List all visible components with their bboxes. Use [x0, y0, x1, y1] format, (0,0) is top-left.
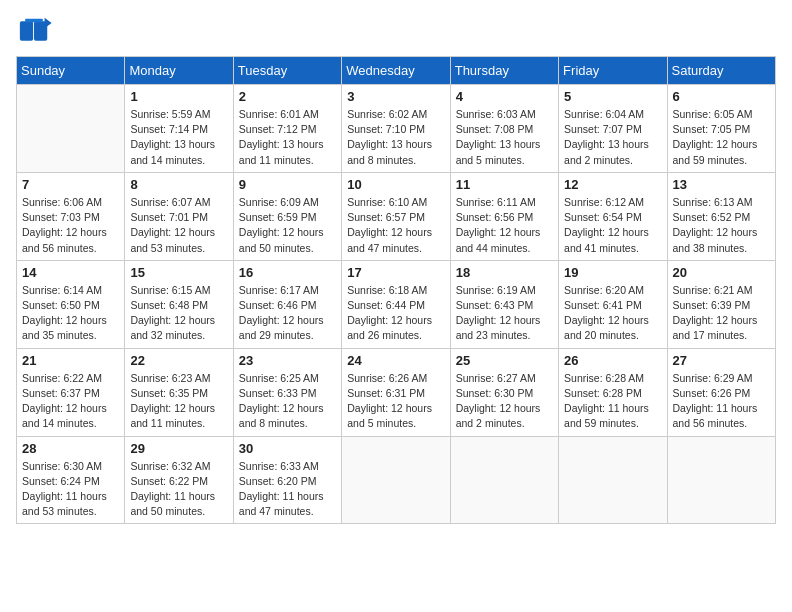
day-info: Sunrise: 6:33 AM Sunset: 6:20 PM Dayligh…: [239, 459, 336, 520]
calendar-body: 1Sunrise: 5:59 AM Sunset: 7:14 PM Daylig…: [17, 85, 776, 524]
day-number: 28: [22, 441, 119, 456]
calendar-cell: 15Sunrise: 6:15 AM Sunset: 6:48 PM Dayli…: [125, 260, 233, 348]
calendar-cell: 13Sunrise: 6:13 AM Sunset: 6:52 PM Dayli…: [667, 172, 775, 260]
calendar-cell: [17, 85, 125, 173]
day-number: 14: [22, 265, 119, 280]
day-number: 24: [347, 353, 444, 368]
day-number: 18: [456, 265, 553, 280]
calendar-cell: [450, 436, 558, 524]
day-number: 22: [130, 353, 227, 368]
day-number: 8: [130, 177, 227, 192]
day-info: Sunrise: 6:21 AM Sunset: 6:39 PM Dayligh…: [673, 283, 770, 344]
calendar-cell: [559, 436, 667, 524]
calendar-week-row: 21Sunrise: 6:22 AM Sunset: 6:37 PM Dayli…: [17, 348, 776, 436]
day-info: Sunrise: 6:17 AM Sunset: 6:46 PM Dayligh…: [239, 283, 336, 344]
calendar-cell: 27Sunrise: 6:29 AM Sunset: 6:26 PM Dayli…: [667, 348, 775, 436]
day-number: 6: [673, 89, 770, 104]
calendar-cell: 30Sunrise: 6:33 AM Sunset: 6:20 PM Dayli…: [233, 436, 341, 524]
calendar-cell: 28Sunrise: 6:30 AM Sunset: 6:24 PM Dayli…: [17, 436, 125, 524]
day-number: 20: [673, 265, 770, 280]
calendar-cell: 16Sunrise: 6:17 AM Sunset: 6:46 PM Dayli…: [233, 260, 341, 348]
calendar-cell: 4Sunrise: 6:03 AM Sunset: 7:08 PM Daylig…: [450, 85, 558, 173]
day-info: Sunrise: 6:07 AM Sunset: 7:01 PM Dayligh…: [130, 195, 227, 256]
day-info: Sunrise: 6:20 AM Sunset: 6:41 PM Dayligh…: [564, 283, 661, 344]
calendar-cell: 12Sunrise: 6:12 AM Sunset: 6:54 PM Dayli…: [559, 172, 667, 260]
day-info: Sunrise: 6:03 AM Sunset: 7:08 PM Dayligh…: [456, 107, 553, 168]
logo: [16, 16, 58, 46]
day-number: 5: [564, 89, 661, 104]
calendar-cell: 17Sunrise: 6:18 AM Sunset: 6:44 PM Dayli…: [342, 260, 450, 348]
day-number: 30: [239, 441, 336, 456]
weekday-header: Tuesday: [233, 57, 341, 85]
calendar-cell: 5Sunrise: 6:04 AM Sunset: 7:07 PM Daylig…: [559, 85, 667, 173]
calendar-cell: 24Sunrise: 6:26 AM Sunset: 6:31 PM Dayli…: [342, 348, 450, 436]
day-info: Sunrise: 6:11 AM Sunset: 6:56 PM Dayligh…: [456, 195, 553, 256]
day-number: 15: [130, 265, 227, 280]
day-info: Sunrise: 6:10 AM Sunset: 6:57 PM Dayligh…: [347, 195, 444, 256]
day-info: Sunrise: 6:02 AM Sunset: 7:10 PM Dayligh…: [347, 107, 444, 168]
day-info: Sunrise: 6:13 AM Sunset: 6:52 PM Dayligh…: [673, 195, 770, 256]
day-number: 21: [22, 353, 119, 368]
calendar-cell: 22Sunrise: 6:23 AM Sunset: 6:35 PM Dayli…: [125, 348, 233, 436]
day-info: Sunrise: 6:01 AM Sunset: 7:12 PM Dayligh…: [239, 107, 336, 168]
day-info: Sunrise: 6:14 AM Sunset: 6:50 PM Dayligh…: [22, 283, 119, 344]
calendar-week-row: 28Sunrise: 6:30 AM Sunset: 6:24 PM Dayli…: [17, 436, 776, 524]
calendar-cell: 25Sunrise: 6:27 AM Sunset: 6:30 PM Dayli…: [450, 348, 558, 436]
calendar-table: SundayMondayTuesdayWednesdayThursdayFrid…: [16, 56, 776, 524]
day-info: Sunrise: 6:26 AM Sunset: 6:31 PM Dayligh…: [347, 371, 444, 432]
day-number: 26: [564, 353, 661, 368]
calendar-cell: 23Sunrise: 6:25 AM Sunset: 6:33 PM Dayli…: [233, 348, 341, 436]
calendar-cell: [667, 436, 775, 524]
day-number: 7: [22, 177, 119, 192]
day-number: 23: [239, 353, 336, 368]
calendar-cell: 6Sunrise: 6:05 AM Sunset: 7:05 PM Daylig…: [667, 85, 775, 173]
day-number: 12: [564, 177, 661, 192]
calendar-cell: 21Sunrise: 6:22 AM Sunset: 6:37 PM Dayli…: [17, 348, 125, 436]
day-number: 11: [456, 177, 553, 192]
day-info: Sunrise: 6:09 AM Sunset: 6:59 PM Dayligh…: [239, 195, 336, 256]
calendar-cell: 14Sunrise: 6:14 AM Sunset: 6:50 PM Dayli…: [17, 260, 125, 348]
page-header: [16, 16, 776, 46]
day-number: 16: [239, 265, 336, 280]
svg-rect-3: [25, 19, 43, 23]
calendar-cell: 10Sunrise: 6:10 AM Sunset: 6:57 PM Dayli…: [342, 172, 450, 260]
calendar-week-row: 7Sunrise: 6:06 AM Sunset: 7:03 PM Daylig…: [17, 172, 776, 260]
day-info: Sunrise: 6:30 AM Sunset: 6:24 PM Dayligh…: [22, 459, 119, 520]
weekday-header: Sunday: [17, 57, 125, 85]
calendar-cell: 20Sunrise: 6:21 AM Sunset: 6:39 PM Dayli…: [667, 260, 775, 348]
calendar-cell: 11Sunrise: 6:11 AM Sunset: 6:56 PM Dayli…: [450, 172, 558, 260]
day-number: 10: [347, 177, 444, 192]
day-info: Sunrise: 6:18 AM Sunset: 6:44 PM Dayligh…: [347, 283, 444, 344]
day-info: Sunrise: 6:25 AM Sunset: 6:33 PM Dayligh…: [239, 371, 336, 432]
day-info: Sunrise: 6:22 AM Sunset: 6:37 PM Dayligh…: [22, 371, 119, 432]
weekday-header: Wednesday: [342, 57, 450, 85]
calendar-week-row: 1Sunrise: 5:59 AM Sunset: 7:14 PM Daylig…: [17, 85, 776, 173]
calendar-cell: 2Sunrise: 6:01 AM Sunset: 7:12 PM Daylig…: [233, 85, 341, 173]
day-number: 29: [130, 441, 227, 456]
weekday-header: Friday: [559, 57, 667, 85]
day-info: Sunrise: 6:29 AM Sunset: 6:26 PM Dayligh…: [673, 371, 770, 432]
calendar-cell: [342, 436, 450, 524]
day-number: 25: [456, 353, 553, 368]
calendar-cell: 26Sunrise: 6:28 AM Sunset: 6:28 PM Dayli…: [559, 348, 667, 436]
day-number: 9: [239, 177, 336, 192]
day-info: Sunrise: 6:15 AM Sunset: 6:48 PM Dayligh…: [130, 283, 227, 344]
day-number: 13: [673, 177, 770, 192]
general-blue-logo-icon: [16, 16, 52, 46]
weekday-header: Saturday: [667, 57, 775, 85]
calendar-cell: 7Sunrise: 6:06 AM Sunset: 7:03 PM Daylig…: [17, 172, 125, 260]
day-info: Sunrise: 5:59 AM Sunset: 7:14 PM Dayligh…: [130, 107, 227, 168]
svg-rect-1: [20, 21, 33, 40]
day-info: Sunrise: 6:19 AM Sunset: 6:43 PM Dayligh…: [456, 283, 553, 344]
day-info: Sunrise: 6:28 AM Sunset: 6:28 PM Dayligh…: [564, 371, 661, 432]
day-info: Sunrise: 6:06 AM Sunset: 7:03 PM Dayligh…: [22, 195, 119, 256]
calendar-cell: 3Sunrise: 6:02 AM Sunset: 7:10 PM Daylig…: [342, 85, 450, 173]
day-number: 3: [347, 89, 444, 104]
calendar-cell: 29Sunrise: 6:32 AM Sunset: 6:22 PM Dayli…: [125, 436, 233, 524]
day-info: Sunrise: 6:12 AM Sunset: 6:54 PM Dayligh…: [564, 195, 661, 256]
calendar-week-row: 14Sunrise: 6:14 AM Sunset: 6:50 PM Dayli…: [17, 260, 776, 348]
day-info: Sunrise: 6:04 AM Sunset: 7:07 PM Dayligh…: [564, 107, 661, 168]
weekday-header: Monday: [125, 57, 233, 85]
calendar-cell: 18Sunrise: 6:19 AM Sunset: 6:43 PM Dayli…: [450, 260, 558, 348]
day-number: 17: [347, 265, 444, 280]
